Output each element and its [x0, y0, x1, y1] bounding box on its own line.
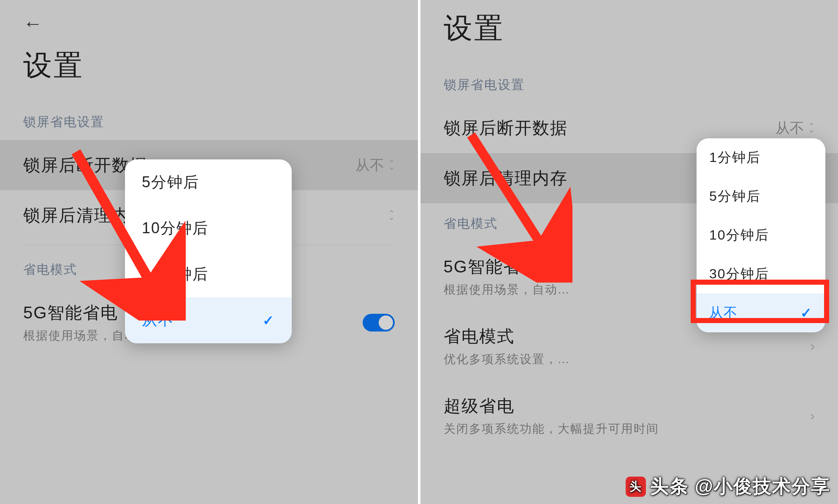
- setting-super-power-save[interactable]: 超级省电 关闭多项系统功能，大幅提升可用时间 ›: [420, 381, 838, 450]
- setting-value: 从不 ⌃⌄: [355, 156, 395, 175]
- dropdown-popup: 1分钟后 5分钟后 10分钟后 30分钟后 从不 ✓: [697, 138, 825, 332]
- setting-label: 超级省电: [444, 394, 659, 418]
- page-title: 设置: [0, 0, 418, 102]
- popup-option-1min[interactable]: 1分钟后: [697, 138, 825, 177]
- setting-label: 锁屏后清理内存: [444, 167, 568, 190]
- check-icon: ✓: [263, 313, 275, 329]
- setting-label: 锁屏后断开数据: [444, 116, 568, 140]
- setting-label: 省电模式: [444, 325, 570, 348]
- section-header-lockscreen: 锁屏省电设置: [420, 65, 838, 103]
- sort-icon: ⌃⌄: [388, 162, 395, 169]
- watermark-text: 头条 @小俊技术分享: [650, 474, 830, 499]
- popup-option-10min[interactable]: 10分钟后: [125, 205, 292, 251]
- setting-value: 从不 ⌃⌄: [776, 119, 815, 138]
- popup-option-never[interactable]: 从不 ✓: [125, 297, 292, 343]
- check-icon: ✓: [800, 305, 813, 321]
- setting-value: ⌃⌄: [388, 212, 395, 219]
- popup-option-30min[interactable]: 30分钟后: [125, 251, 292, 297]
- page-title: 设置: [420, 0, 838, 65]
- popup-option-30min[interactable]: 30分钟后: [697, 255, 825, 294]
- toggle-switch[interactable]: [363, 314, 395, 332]
- left-screenshot: ← 设置 锁屏省电设置 锁屏后断开数据 从不 ⌃⌄ 锁屏后清理内存 ⌃⌄ 省电模…: [0, 0, 420, 504]
- setting-sublabel: 优化多项系统设置，…: [444, 351, 570, 367]
- dropdown-popup: 5分钟后 10分钟后 30分钟后 从不 ✓: [125, 159, 292, 343]
- right-screenshot: 设置 锁屏省电设置 锁屏后断开数据 从不 ⌃⌄ 锁屏后清理内存 从不 ⌃⌄ 省电…: [420, 0, 838, 504]
- chevron-right-icon: ›: [810, 408, 815, 423]
- sort-icon: ⌃⌄: [808, 124, 815, 132]
- back-icon[interactable]: ←: [23, 12, 43, 35]
- popup-option-never[interactable]: 从不 ✓: [697, 294, 825, 332]
- setting-label: 5G智能省电: [444, 255, 570, 278]
- chevron-right-icon: ›: [810, 338, 815, 354]
- watermark-logo-icon: 头: [626, 477, 646, 497]
- sort-icon: ⌃⌄: [388, 212, 395, 219]
- setting-sublabel: 关闭多项系统功能，大幅提升可用时间: [444, 421, 659, 437]
- watermark: 头 头条 @小俊技术分享: [626, 474, 830, 499]
- popup-option-5min[interactable]: 5分钟后: [697, 177, 825, 216]
- section-header-lockscreen: 锁屏省电设置: [0, 102, 418, 140]
- popup-option-10min[interactable]: 10分钟后: [697, 216, 825, 255]
- setting-sublabel: 根据使用场景，自动…: [444, 282, 570, 298]
- popup-option-5min[interactable]: 5分钟后: [125, 159, 292, 205]
